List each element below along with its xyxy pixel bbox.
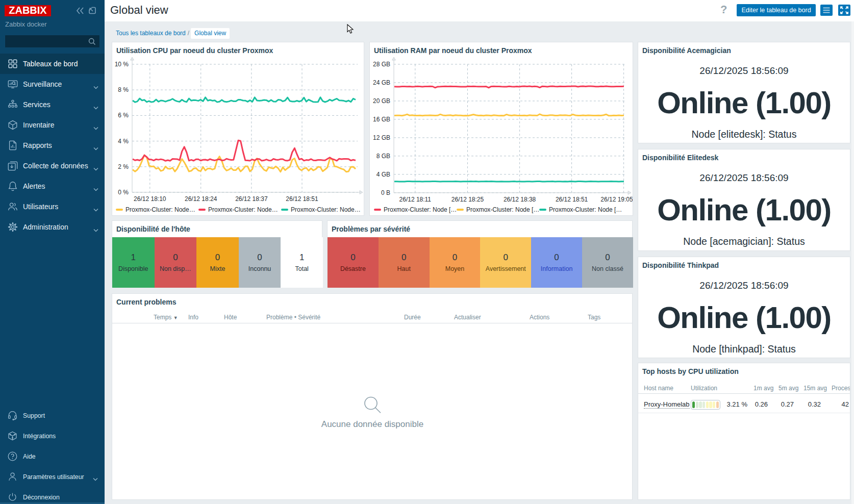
- svg-text:10 %: 10 %: [115, 61, 129, 68]
- svg-text:28 GB: 28 GB: [373, 61, 390, 68]
- svg-text:0 B: 0 B: [381, 189, 390, 196]
- svg-text:12 GB: 12 GB: [373, 134, 390, 141]
- svg-text:6 %: 6 %: [118, 112, 129, 119]
- svg-text:4 %: 4 %: [118, 138, 129, 145]
- svg-text:26/12 19:05: 26/12 19:05: [600, 196, 633, 203]
- svg-text:26/12 18:10: 26/12 18:10: [134, 195, 166, 203]
- svg-text:24 GB: 24 GB: [373, 79, 390, 86]
- svg-text:8 GB: 8 GB: [376, 153, 390, 160]
- svg-text:4 GB: 4 GB: [376, 171, 390, 178]
- svg-text:26/12 18:25: 26/12 18:25: [451, 196, 484, 203]
- svg-text:8 %: 8 %: [118, 86, 129, 93]
- svg-text:26/12 18:24: 26/12 18:24: [185, 195, 217, 203]
- svg-text:0 %: 0 %: [118, 189, 129, 196]
- svg-text:26/12 18:38: 26/12 18:38: [504, 196, 536, 203]
- svg-text:16 GB: 16 GB: [373, 116, 390, 123]
- svg-text:26/12 18:11: 26/12 18:11: [399, 196, 432, 203]
- svg-text:26/12 18:51: 26/12 18:51: [286, 195, 318, 203]
- svg-text:26/12 18:51: 26/12 18:51: [556, 196, 588, 203]
- svg-text:26/12 18:37: 26/12 18:37: [235, 195, 268, 203]
- svg-text:20 GB: 20 GB: [373, 97, 390, 105]
- svg-text:2 %: 2 %: [118, 163, 129, 170]
